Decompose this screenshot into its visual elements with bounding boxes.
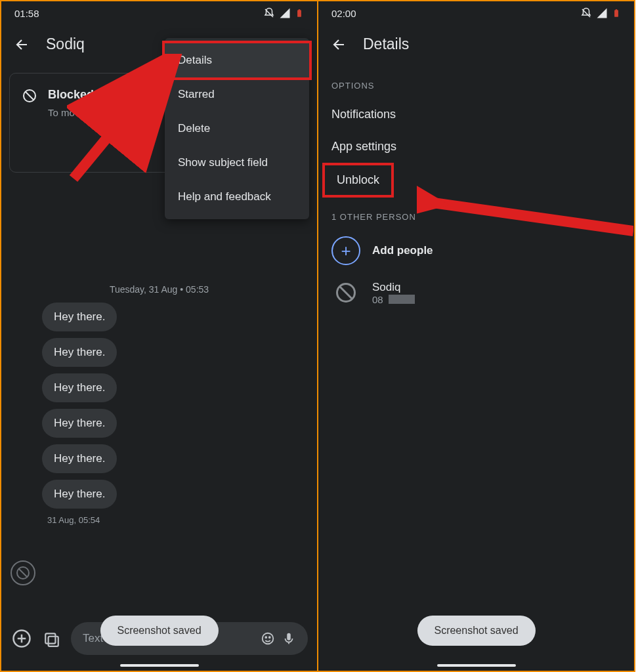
- add-attachment-button[interactable]: [11, 627, 33, 650]
- battery-icon: [612, 7, 621, 19]
- toast-message: Screenshot saved: [417, 616, 535, 646]
- message-bubble[interactable]: Hey there.: [42, 338, 117, 367]
- menu-show-subject[interactable]: Show subject field: [165, 146, 309, 180]
- dnd-icon: [580, 7, 592, 19]
- message-bubble[interactable]: Hey there.: [42, 373, 117, 402]
- details-header: Details: [318, 25, 634, 66]
- contact-number: 08: [372, 294, 415, 305]
- status-bar: 02:00: [318, 1, 634, 25]
- message-row: Hey there.: [42, 373, 308, 406]
- nav-handle[interactable]: [120, 664, 199, 667]
- overflow-menu: Details Starred Delete Show subject fiel…: [165, 38, 309, 219]
- back-button[interactable]: [14, 37, 30, 52]
- mic-icon[interactable]: [282, 631, 296, 646]
- svg-rect-2: [299, 9, 300, 10]
- menu-help[interactable]: Help and feedback: [165, 180, 309, 214]
- message-bubble[interactable]: Hey there.: [42, 303, 117, 331]
- conversation-title: Sodiq: [46, 35, 85, 53]
- message-bubble[interactable]: Hey there.: [42, 444, 117, 473]
- gallery-button[interactable]: [41, 627, 63, 650]
- contact-row[interactable]: Sodiq 08: [318, 272, 634, 314]
- message-row: Hey there.: [42, 480, 308, 513]
- svg-rect-12: [45, 633, 55, 643]
- svg-point-16: [269, 637, 270, 638]
- svg-point-15: [265, 637, 266, 638]
- phone-screen-conversation: 01:58 Sodiq Blocked To move this convers…: [0, 0, 318, 672]
- svg-line-24: [340, 287, 352, 299]
- emoji-icon[interactable]: [261, 631, 275, 646]
- signal-icon: [596, 7, 608, 19]
- add-people-label: Add people: [372, 244, 433, 257]
- details-title: Details: [363, 35, 409, 53]
- menu-delete[interactable]: Delete: [165, 112, 309, 146]
- message-row: Hey there.: [42, 444, 308, 477]
- message-bubble[interactable]: Hey there.: [42, 409, 117, 438]
- phone-screen-details: 02:00 Details OPTIONS Notifications App …: [318, 0, 635, 672]
- signal-icon: [279, 7, 291, 19]
- status-icons: [263, 7, 304, 19]
- svg-rect-1: [297, 10, 301, 16]
- status-bar: 01:58: [1, 1, 317, 25]
- menu-details[interactable]: Details: [165, 43, 309, 77]
- dnd-icon: [263, 7, 275, 19]
- toast-message: Screenshot saved: [100, 616, 218, 646]
- message-row: Hey there.: [42, 409, 308, 442]
- plus-icon: +: [331, 236, 360, 265]
- message-list: Hey there. Hey there. Hey there. Hey the…: [1, 303, 317, 525]
- contact-name: Sodiq: [372, 281, 415, 294]
- menu-starred[interactable]: Starred: [165, 77, 309, 112]
- status-time: 01:58: [14, 8, 39, 19]
- option-app-settings[interactable]: App settings: [318, 131, 634, 163]
- redacted-number: [389, 295, 415, 304]
- battery-icon: [295, 7, 304, 19]
- blocked-icon: [22, 88, 37, 104]
- svg-rect-19: [614, 10, 618, 16]
- message-row: Hey there.: [42, 303, 308, 335]
- message-row: Hey there.: [42, 338, 308, 371]
- message-timestamp: 31 Aug, 05:54: [42, 515, 308, 525]
- svg-point-14: [263, 633, 274, 644]
- svg-rect-17: [287, 633, 291, 640]
- add-people-row[interactable]: + Add people: [318, 230, 634, 272]
- status-icons: [580, 7, 621, 19]
- date-divider: Tuesday, 31 Aug • 05:53: [1, 284, 317, 295]
- option-notifications[interactable]: Notifications: [318, 98, 634, 131]
- status-time: 02:00: [331, 8, 356, 19]
- svg-rect-13: [49, 637, 58, 646]
- svg-line-8: [19, 569, 27, 577]
- people-header: 1 OTHER PERSON: [318, 198, 634, 230]
- back-button[interactable]: [331, 37, 347, 52]
- svg-line-4: [26, 92, 33, 100]
- options-header: OPTIONS: [318, 66, 634, 98]
- blocked-contact-icon: [331, 278, 360, 307]
- message-bubble[interactable]: Hey there.: [42, 480, 117, 509]
- contact-avatar-blocked-icon: [11, 560, 35, 585]
- svg-rect-20: [616, 9, 617, 10]
- nav-handle[interactable]: [437, 664, 516, 667]
- option-unblock[interactable]: Unblock: [325, 165, 391, 195]
